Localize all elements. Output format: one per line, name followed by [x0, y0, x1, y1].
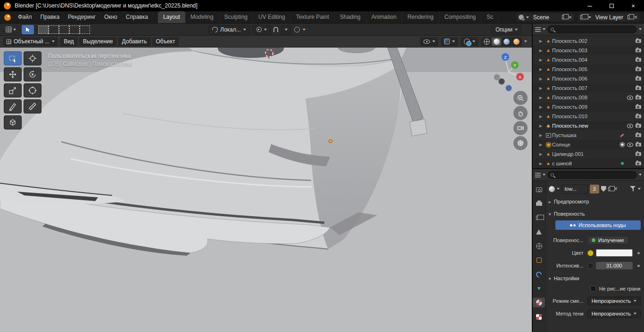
outliner-row[interactable]: ▶Пустышка [533, 130, 644, 140]
light-icon[interactable] [621, 143, 624, 146]
tab-object-data[interactable]: ▼ [533, 283, 545, 293]
expand-arrow-icon[interactable]: ▶ [539, 143, 545, 147]
expand-arrow-icon[interactable]: ▶ [539, 124, 545, 128]
properties-filter-chevron[interactable] [639, 174, 642, 176]
workspace-tab[interactable]: Modeling [185, 11, 219, 23]
workspace-tab[interactable]: Compositing [439, 11, 482, 23]
scene-selector[interactable]: Scene × [516, 13, 575, 22]
object-name[interactable]: Плоскость.004 [552, 57, 626, 63]
remove-view-layer-icon[interactable]: × [634, 15, 637, 20]
shadow-mode-dropdown[interactable]: Непрозрачность [587, 309, 641, 318]
gizmo-axis-neg-z[interactable] [506, 85, 512, 91]
unlink-material-icon[interactable]: × [614, 186, 618, 192]
object-name[interactable]: Плоскость.new [552, 123, 626, 129]
editor-type-dropdown[interactable] [4, 25, 18, 33]
dot-icon[interactable] [621, 162, 624, 165]
tool-move[interactable] [4, 67, 22, 81]
object-name[interactable]: Плоскость.005 [552, 66, 626, 72]
viewport-menu-item[interactable]: Добавить [118, 37, 150, 46]
outliner-row[interactable]: ▶▲Плоскость.009 [533, 102, 644, 112]
properties-editor-chevron[interactable] [543, 174, 545, 176]
overlays-dropdown[interactable] [461, 37, 479, 46]
gizmo-axis-y[interactable]: Y [511, 61, 519, 69]
workspace-tab[interactable]: Rendering [402, 11, 439, 23]
workspace-tab[interactable]: Sculpting [219, 11, 253, 23]
render-visibility-camera-icon[interactable] [636, 114, 641, 118]
render-visibility-camera-icon[interactable] [636, 96, 641, 99]
render-visibility-camera-icon[interactable] [636, 77, 641, 81]
outliner-row[interactable]: ▶▲Плоскость.007 [533, 83, 644, 93]
visibility-eye-icon[interactable] [627, 124, 633, 128]
gizmo-axis-x[interactable]: X [516, 73, 524, 81]
select-mode-new[interactable] [38, 25, 49, 34]
close-button[interactable]: × [622, 0, 644, 11]
tab-render[interactable] [533, 185, 545, 194]
backface-checkbox[interactable] [590, 286, 596, 292]
object-name[interactable]: Плоскость.003 [552, 48, 626, 53]
section-surface[interactable]: ▾ Поверхность [549, 209, 641, 219]
outliner-row[interactable]: ▶▲Плоскость.002 [533, 36, 644, 46]
filter-funnel-icon[interactable] [630, 186, 636, 192]
gizmo-axis-neg[interactable] [494, 74, 500, 81]
tool-select-box[interactable] [4, 51, 22, 65]
transform-orientation-dropdown[interactable]: Локал... [208, 25, 250, 34]
expand-arrow-icon[interactable]: ▶ [539, 114, 545, 119]
workspace-tab[interactable]: Animation [366, 11, 402, 23]
expand-arrow-icon[interactable]: ▶ [539, 152, 545, 156]
outliner-row[interactable]: ▶▲Цилиндр.001 [533, 149, 644, 159]
zoom-button[interactable] [513, 91, 528, 105]
color-animate-toggle[interactable] [587, 250, 594, 256]
viewport-menu-item[interactable]: Объект [152, 37, 179, 46]
color-swatch[interactable] [596, 249, 633, 257]
gizmo-axis-z[interactable]: Z [502, 53, 509, 61]
tab-output[interactable] [533, 199, 545, 209]
render-visibility-camera-icon[interactable] [636, 152, 641, 156]
maximize-button[interactable] [601, 0, 622, 11]
render-visibility-camera-icon[interactable] [636, 58, 641, 62]
shading-options-chevron[interactable] [524, 40, 527, 42]
camera-view-button[interactable] [513, 121, 528, 135]
shading-rendered-button[interactable] [512, 38, 521, 46]
object-name[interactable]: Плоскость.008 [552, 95, 626, 100]
menubar-item[interactable]: Рендеринг [64, 11, 100, 23]
viewport-menu-item[interactable]: Выделение [79, 37, 117, 46]
workspace-tab[interactable]: Shading [335, 11, 366, 23]
tool-scale[interactable] [4, 83, 22, 97]
menubar-item[interactable]: Окно [100, 11, 122, 23]
workspace-tab[interactable]: Sc [481, 11, 499, 23]
color-keyframe-dot[interactable] [637, 252, 640, 254]
outliner-row[interactable]: ▶▲Плоскость.new [533, 121, 644, 130]
outliner-row[interactable]: ▶Солнце [533, 140, 644, 149]
object-name[interactable]: Пустышка [552, 132, 618, 138]
view-layer-selector[interactable]: View Layer × [578, 13, 640, 22]
render-visibility-camera-icon[interactable] [636, 124, 641, 128]
viewport-menu-item[interactable]: Вид [60, 37, 78, 46]
menubar-item[interactable]: Справка [122, 11, 152, 23]
menubar-item[interactable]: Файл [14, 11, 36, 23]
visibility-eye-icon[interactable] [627, 96, 633, 100]
outliner-filter-chevron[interactable] [639, 28, 642, 30]
tab-scene[interactable] [533, 227, 545, 237]
expand-arrow-icon[interactable]: ▶ [539, 58, 545, 62]
object-name[interactable]: с шиной [552, 161, 610, 166]
active-tool-button[interactable] [22, 25, 34, 34]
brush-icon[interactable] [620, 133, 624, 137]
object-name[interactable]: Плоскость.006 [552, 76, 626, 81]
expand-arrow-icon[interactable]: ▶ [539, 39, 545, 43]
strength-number-field[interactable]: 31.000 [596, 262, 633, 269]
tool-measure[interactable] [24, 99, 41, 113]
select-mode-invert[interactable] [69, 25, 80, 34]
object-visibility-dropdown[interactable] [420, 37, 438, 46]
outliner-row[interactable]: ▶▲Плоскость.003 [533, 46, 644, 55]
outliner-row[interactable]: ▶▲Плоскость.010 [533, 112, 644, 121]
use-nodes-button[interactable]: Использовать ноды [555, 220, 641, 230]
shader-dropdown[interactable]: Излучение [587, 236, 628, 244]
slot-specials-chevron[interactable] [638, 188, 641, 190]
object-name[interactable]: Плоскость.002 [552, 38, 626, 44]
blender-menu-icon[interactable] [4, 14, 11, 21]
outliner-row[interactable]: ▶▲с шиной [533, 159, 644, 168]
proportional-falloff-chevron[interactable] [303, 29, 305, 31]
expand-arrow-icon[interactable]: ▶ [539, 86, 545, 90]
select-mode-subtract[interactable] [59, 25, 69, 34]
expand-arrow-icon[interactable]: ▶ [539, 96, 545, 100]
